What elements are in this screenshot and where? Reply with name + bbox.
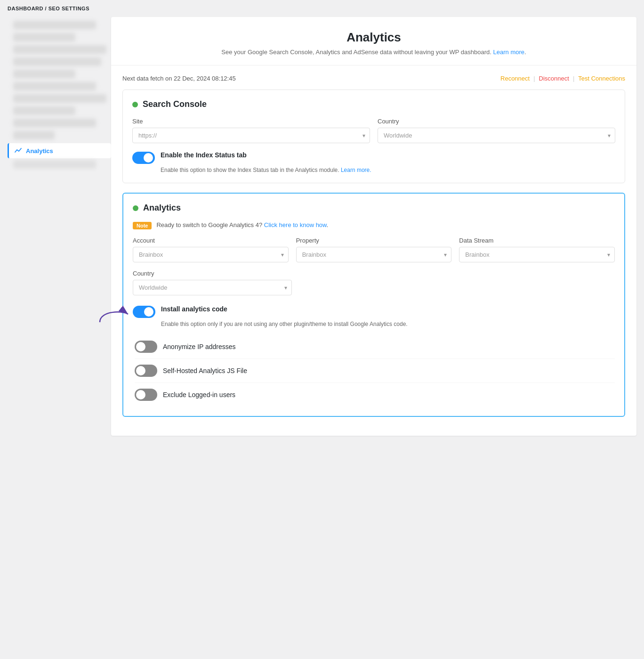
- ga4-link[interactable]: Click here to know how: [264, 221, 327, 228]
- self-hosted-label: Self-Hosted Analytics JS File: [163, 367, 247, 374]
- sidebar-blurred-item-10: [13, 131, 55, 139]
- breadcrumb-current: SEO SETTINGS: [48, 6, 89, 11]
- sidebar-blurred-item-9: [13, 119, 96, 127]
- site-select-wrapper: https://: [132, 128, 370, 143]
- anonymize-ip-toggle[interactable]: [135, 341, 157, 353]
- main-content: Analytics See your Google Search Console…: [111, 17, 636, 436]
- country-form-group-sc: Country Worldwide: [378, 118, 615, 143]
- install-analytics-toggle-desc: Enable this option only if you are not u…: [161, 321, 615, 327]
- top-actions: Reconnect | Disconnect | Test Connection…: [500, 75, 625, 82]
- data-stream-label: Data Stream: [459, 237, 615, 244]
- property-select[interactable]: Brainbox: [296, 247, 452, 262]
- note-text: Ready to switch to Google Analytics 4? C…: [156, 221, 328, 228]
- sidebar-blurred-item-11: [13, 160, 96, 169]
- install-analytics-toggle-label: Install analytics code: [161, 305, 227, 314]
- self-hosted-row: Self-Hosted Analytics JS File: [135, 359, 615, 383]
- analytics-country-label: Country: [133, 270, 292, 277]
- index-status-toggle-row: Enable the Index Status tab: [132, 151, 615, 164]
- account-select[interactable]: Brainbox: [133, 247, 289, 262]
- analytics-country-select-wrapper: Worldwide: [133, 280, 292, 295]
- site-form-group: Site https://: [132, 118, 370, 143]
- sidebar-blurred-item-6: [13, 82, 96, 90]
- property-label: Property: [296, 237, 452, 244]
- subtitle-text: See your Google Search Console, Analytic…: [221, 49, 491, 56]
- page-subtitle: See your Google Search Console, Analytic…: [121, 49, 627, 56]
- analytics-country-row: Country Worldwide: [133, 270, 292, 295]
- analytics-card-title: Analytics: [143, 203, 181, 213]
- index-status-toggle[interactable]: [132, 152, 155, 164]
- exclude-logged-in-row: Exclude Logged-in users: [135, 383, 615, 407]
- sidebar-blurred-item-5: [13, 70, 75, 78]
- sidebar-blurred-item-3: [13, 45, 106, 54]
- property-select-wrapper: Brainbox: [296, 247, 452, 262]
- sidebar-blurred-item-2: [13, 33, 75, 41]
- sidebar-blurred-item-1: [13, 21, 96, 29]
- analytics-card: Analytics Note Ready to switch to Google…: [122, 193, 625, 417]
- sidebar-blurred-item-8: [13, 106, 75, 115]
- next-fetch-text: Next data fetch on 22 Dec, 2024 08:12:45: [122, 75, 236, 82]
- index-status-toggle-label: Enable the Index Status tab: [161, 151, 247, 160]
- data-stream-select[interactable]: Brainbox: [459, 247, 615, 262]
- search-console-status-dot: [132, 102, 138, 107]
- breadcrumb-dashboard: DASHBOARD: [8, 6, 43, 11]
- sidebar-item-analytics-label: Analytics: [26, 147, 53, 155]
- exclude-logged-in-label: Exclude Logged-in users: [163, 391, 235, 399]
- analytics-country-form-group: Country Worldwide: [133, 270, 292, 295]
- analytics-status-dot: [133, 205, 138, 211]
- analytics-top-form-row: Account Brainbox Property Brainbox Data …: [133, 237, 615, 262]
- analytics-country-select[interactable]: Worldwide: [133, 280, 292, 295]
- account-select-wrapper: Brainbox: [133, 247, 289, 262]
- page-header: Analytics See your Google Search Console…: [111, 17, 636, 65]
- sidebar: Analytics: [8, 17, 111, 436]
- note-box: Note Ready to switch to Google Analytics…: [133, 221, 615, 229]
- sidebar-item-analytics[interactable]: Analytics: [8, 143, 111, 158]
- test-connections-button[interactable]: Test Connections: [578, 75, 625, 82]
- anonymize-ip-label: Anonymize IP addresses: [163, 343, 236, 350]
- exclude-logged-in-toggle[interactable]: [135, 389, 157, 401]
- reconnect-button[interactable]: Reconnect: [500, 75, 530, 82]
- page-title: Analytics: [121, 30, 627, 45]
- sidebar-blurred-item-7: [13, 94, 106, 103]
- country-select-sc[interactable]: Worldwide: [378, 128, 615, 143]
- analytics-icon: [15, 146, 22, 155]
- sub-toggles-container: Anonymize IP addresses Self-Hosted Analy…: [133, 335, 615, 407]
- index-status-toggle-desc: Enable this option to show the Index Sta…: [161, 167, 615, 173]
- index-status-learn-more-link[interactable]: Learn more.: [341, 167, 371, 173]
- data-stream-form-group: Data Stream Brainbox: [459, 237, 615, 262]
- install-analytics-toggle-slider: [133, 306, 155, 318]
- anonymize-ip-row: Anonymize IP addresses: [135, 335, 615, 359]
- search-console-form-row: Site https:// Country Worldwide: [132, 118, 615, 143]
- country-label-sc: Country: [378, 118, 615, 125]
- search-console-title: Search Console: [143, 99, 207, 109]
- note-badge: Note: [133, 222, 152, 229]
- account-form-group: Account Brainbox: [133, 237, 289, 262]
- data-stream-select-wrapper: Brainbox: [459, 247, 615, 262]
- disconnect-button[interactable]: Disconnect: [539, 75, 569, 82]
- country-select-wrapper-sc: Worldwide: [378, 128, 615, 143]
- index-status-toggle-slider: [132, 152, 155, 164]
- breadcrumb-separator: /: [45, 6, 47, 11]
- analytics-card-header: Analytics: [133, 203, 615, 213]
- property-form-group: Property Brainbox: [296, 237, 452, 262]
- account-label: Account: [133, 237, 289, 244]
- site-label: Site: [132, 118, 370, 125]
- separator-1: |: [533, 75, 535, 82]
- breadcrumb: DASHBOARD / SEO SETTINGS: [0, 0, 644, 17]
- self-hosted-toggle[interactable]: [135, 365, 157, 377]
- header-learn-more-link[interactable]: Learn more: [493, 49, 524, 56]
- install-toggle-row: Install analytics code: [133, 305, 615, 318]
- install-analytics-toggle[interactable]: [133, 306, 155, 318]
- install-toggle-section: Install analytics code Enable this optio…: [133, 305, 615, 327]
- sidebar-blurred-item-4: [13, 57, 101, 66]
- site-select[interactable]: https://: [132, 128, 370, 143]
- search-console-card: Search Console Site https:// Country Wor…: [122, 89, 625, 183]
- top-bar: Next data fetch on 22 Dec, 2024 08:12:45…: [122, 75, 625, 82]
- search-console-card-header: Search Console: [132, 99, 615, 109]
- separator-2: |: [573, 75, 574, 82]
- content-area: Next data fetch on 22 Dec, 2024 08:12:45…: [111, 65, 636, 436]
